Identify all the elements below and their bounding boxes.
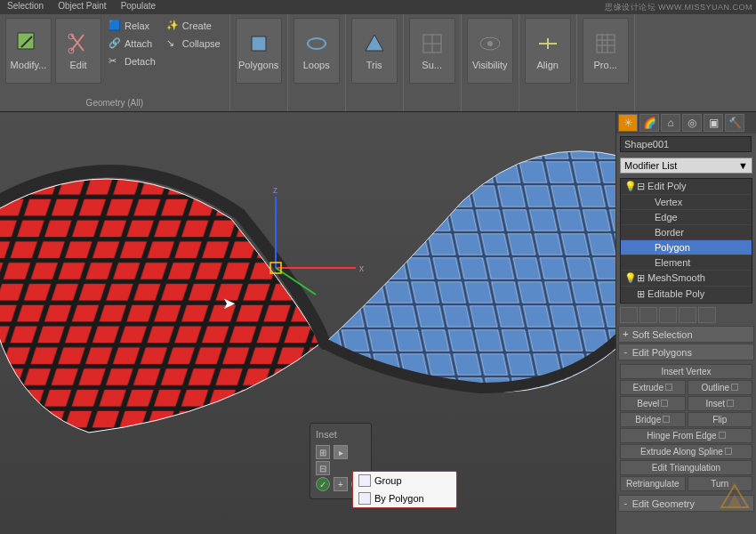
stack-edge[interactable]: Edge — [621, 210, 752, 225]
svg-rect-0 — [18, 33, 34, 49]
ribbon: Modify... Edit 🟦Relax 🔗Attach ✂Detach ✨C… — [0, 14, 756, 112]
stack-toolbar — [616, 305, 756, 325]
loops-icon — [304, 31, 329, 56]
remove-mod-icon[interactable] — [679, 307, 696, 323]
create-button[interactable]: ✨Create — [163, 18, 224, 34]
visibility-button[interactable]: Visibility — [467, 18, 513, 84]
retriangulate-button[interactable]: Retriangulate — [620, 476, 686, 491]
align-icon — [535, 31, 560, 56]
subdivision-icon — [420, 31, 445, 56]
geometry-label[interactable]: Geometry (All) — [5, 96, 224, 108]
loops-button[interactable]: Loops — [294, 18, 340, 84]
motion-tab-icon[interactable]: ◎ — [682, 114, 702, 132]
tab-selection[interactable]: Selection — [0, 0, 51, 14]
subdivision-button[interactable]: Su... — [409, 18, 455, 84]
modifier-stack[interactable]: 💡⊟ Edit Poly Vertex Edge Border Polygon … — [620, 178, 752, 303]
svg-text:z: z — [273, 185, 277, 195]
modify-icon — [16, 31, 41, 56]
modify-button[interactable]: Modify... — [5, 18, 52, 84]
properties-button[interactable]: Pro... — [583, 18, 629, 84]
command-panel-tabs: ☀ 🌈 ⌂ ◎ ▣ 🔨 — [616, 112, 756, 134]
outline-button[interactable]: Outline — [688, 380, 753, 395]
hinge-button[interactable]: Hinge From Edge — [620, 428, 752, 443]
hinge-settings-icon[interactable] — [719, 432, 726, 439]
stack-element[interactable]: Element — [621, 255, 752, 271]
stack-editable-poly[interactable]: ⊞ Editable Poly — [621, 287, 752, 303]
stack-edit-poly[interactable]: 💡⊟ Edit Poly — [621, 179, 752, 195]
tris-button[interactable]: Tris — [351, 18, 398, 84]
logo-watermark — [717, 481, 752, 518]
bulb-icon: 💡 — [624, 181, 637, 192]
chevron-down-icon: ▼ — [738, 160, 748, 171]
rollout-soft-selection[interactable]: +Soft Selection — [618, 326, 754, 343]
attach-button[interactable]: 🔗Attach — [105, 36, 159, 52]
insert-vertex-button[interactable]: Insert Vertex — [620, 364, 752, 379]
edit-button[interactable]: Edit — [55, 18, 101, 84]
show-result-icon[interactable] — [639, 307, 657, 323]
flip-button[interactable]: Flip — [688, 412, 753, 427]
svg-rect-8 — [597, 35, 615, 53]
create-icon: ✨ — [166, 20, 179, 32]
extrude-settings-icon[interactable] — [665, 384, 672, 391]
apply-ok-icon[interactable]: ✓ — [316, 477, 330, 491]
utilities-tab-icon[interactable]: 🔨 — [725, 114, 744, 132]
viewport[interactable]: x z — [0, 112, 615, 534]
stack-border[interactable]: Border — [621, 225, 752, 240]
tab-populate[interactable]: Populate — [114, 0, 163, 14]
configure-icon[interactable] — [698, 307, 716, 323]
extrude-spline-button[interactable]: Extrude Along Spline — [620, 444, 752, 459]
relax-icon: 🟦 — [109, 20, 121, 32]
create-tab-icon[interactable]: ☀ — [618, 114, 638, 132]
inset-type-menu: Group By Polygon — [352, 471, 457, 508]
display-tab-icon[interactable]: ▣ — [704, 114, 723, 132]
modify-tab-icon[interactable]: 🌈 — [639, 114, 659, 132]
svg-text:x: x — [359, 263, 364, 273]
unique-icon[interactable] — [659, 307, 677, 323]
inset-button[interactable]: Inset — [688, 396, 753, 411]
detach-button[interactable]: ✂Detach — [105, 53, 159, 69]
pin-stack-icon[interactable] — [620, 307, 638, 323]
menu-group[interactable]: Group — [353, 472, 456, 490]
stack-vertex[interactable]: Vertex — [621, 195, 752, 210]
menu-by-polygon[interactable]: By Polygon — [353, 490, 456, 507]
watermark: 思缘设计论坛 WWW.MISSYUAN.COM — [605, 2, 752, 13]
by-polygon-icon — [358, 492, 371, 505]
svg-rect-3 — [252, 36, 266, 51]
detach-icon: ✂ — [109, 55, 121, 68]
properties-icon — [593, 31, 618, 56]
attach-icon: 🔗 — [109, 37, 121, 50]
extrude-spline-settings-icon[interactable] — [725, 448, 732, 455]
bridge-button[interactable]: Bridge — [620, 412, 686, 427]
inset-type-group-icon[interactable]: ⊞ — [316, 445, 330, 459]
stack-meshsmooth[interactable]: 💡⊞ MeshSmooth — [621, 271, 752, 287]
svg-point-7 — [487, 41, 493, 46]
stack-polygon[interactable]: Polygon — [621, 240, 752, 255]
inset-settings-icon[interactable] — [727, 400, 734, 407]
relax-button[interactable]: 🟦Relax — [105, 18, 159, 34]
collapse-button[interactable]: ↘Collapse — [163, 36, 224, 52]
rollout-edit-polygons[interactable]: -Edit Polygons — [618, 344, 754, 360]
object-name-field[interactable] — [620, 136, 752, 152]
extrude-button[interactable]: Extrude — [620, 380, 686, 395]
bevel-button[interactable]: Bevel — [620, 396, 686, 411]
bevel-settings-icon[interactable] — [661, 400, 668, 407]
apply-icon[interactable]: + — [334, 477, 348, 491]
collapse-icon: ↘ — [166, 37, 179, 50]
modifier-list-dropdown[interactable]: Modifier List▼ — [620, 158, 752, 174]
command-panel: ☀ 🌈 ⌂ ◎ ▣ 🔨 Modifier List▼ 💡⊟ Edit Poly … — [615, 112, 756, 534]
align-button[interactable]: Align — [525, 18, 571, 84]
tab-object-paint[interactable]: Object Paint — [51, 0, 113, 14]
polygons-button[interactable]: Polygons — [236, 18, 282, 84]
bulb-icon: 💡 — [624, 272, 637, 284]
inset-type-chevron-icon[interactable]: ▸ — [334, 445, 348, 459]
hierarchy-tab-icon[interactable]: ⌂ — [661, 114, 680, 132]
tris-icon — [362, 31, 387, 56]
visibility-icon — [478, 31, 503, 56]
group-icon — [358, 474, 371, 487]
outline-settings-icon[interactable] — [731, 384, 738, 391]
edit-tri-button[interactable]: Edit Triangulation — [620, 460, 752, 475]
bridge-settings-icon[interactable] — [663, 416, 670, 423]
inset-type-polygon-icon[interactable]: ⊟ — [316, 461, 330, 475]
scissors-icon — [66, 31, 91, 56]
inset-caddy-title: Inset — [316, 429, 366, 440]
